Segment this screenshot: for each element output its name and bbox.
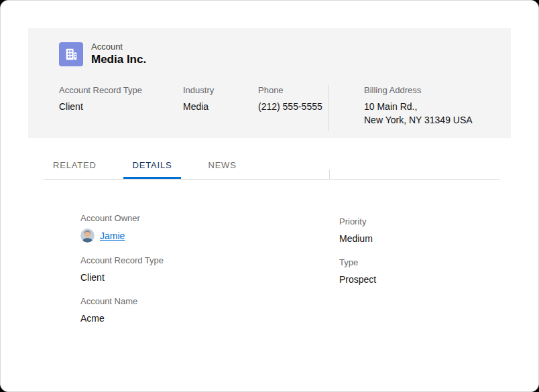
details-panel: Account Owner Jamie (1, 180, 538, 337)
detail-field-type: Type Prospect (339, 257, 376, 285)
account-title-text: Account Media Inc. (91, 42, 146, 66)
header-highlights-row: Account Record Type Client Industry Medi… (28, 85, 511, 127)
field-label: Industry (183, 85, 258, 96)
entity-type-label: Account (91, 42, 146, 52)
record-tab-bar: RELATED DETAILS NEWS (44, 153, 500, 180)
field-value: (212) 555-5555 (258, 100, 328, 113)
field-label: Account Owner (80, 213, 339, 224)
detail-field-account-name: Account Name Acme (80, 296, 339, 324)
record-title: Media Inc. (91, 53, 146, 66)
field-label: Billing Address (364, 85, 473, 96)
header-field-billing-address: Billing Address 10 Main Rd., New York, N… (329, 85, 473, 127)
field-label: Account Name (80, 296, 339, 307)
field-label: Priority (339, 216, 376, 227)
tab-details[interactable]: DETAILS (123, 153, 182, 179)
field-value: 10 Main Rd., New York, NY 31349 USA (364, 100, 473, 127)
field-label: Account Record Type (59, 85, 183, 96)
detail-field-account-owner: Account Owner Jamie (80, 213, 339, 243)
tab-news[interactable]: NEWS (198, 153, 245, 179)
field-label: Phone (258, 85, 328, 96)
header-field-phone: Phone (212) 555-5555 (258, 85, 328, 127)
tab-bar-divider (329, 170, 330, 179)
header-field-industry: Industry Media (183, 85, 258, 127)
tab-related[interactable]: RELATED (44, 153, 106, 179)
field-value: Medium (339, 233, 376, 245)
field-label: Type (339, 257, 376, 268)
account-building-icon (59, 42, 83, 66)
details-right-column: Priority Medium Type Prospect (339, 213, 376, 337)
account-header-card: Account Media Inc. Account Record Type C… (28, 28, 511, 138)
account-owner-link[interactable]: Jamie (100, 230, 125, 242)
field-value: Client (80, 271, 339, 283)
field-value: Acme (80, 312, 339, 324)
owner-value-row: Jamie (80, 228, 339, 243)
header-field-account-record-type: Account Record Type Client (59, 85, 183, 127)
detail-field-account-record-type: Account Record Type Client (80, 255, 339, 283)
field-value: Client (59, 100, 183, 113)
detail-field-priority: Priority Medium (339, 216, 376, 245)
user-avatar (80, 228, 95, 243)
app-window: Account Media Inc. Account Record Type C… (0, 0, 539, 392)
field-label: Account Record Type (80, 255, 339, 266)
field-value: Media (183, 100, 258, 113)
account-title-row: Account Media Inc. (28, 42, 511, 66)
field-value: Prospect (339, 273, 376, 285)
details-left-column: Account Owner Jamie (80, 213, 339, 337)
